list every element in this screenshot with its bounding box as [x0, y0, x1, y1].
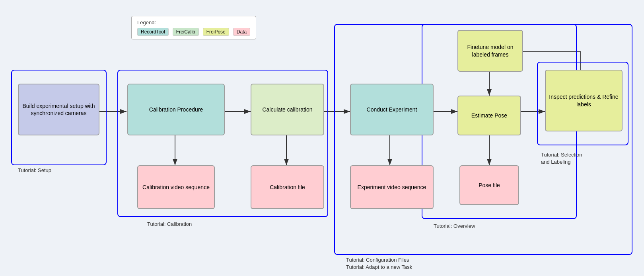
label-tutorial-adapt: Tutorial: Adapt to a new Task [346, 264, 412, 270]
node-estimate-pose-label: Estimate Pose [471, 112, 507, 119]
legend-chip-freipose: FreiPose [203, 28, 229, 36]
node-inspect-predictions[interactable]: Inspect predictions & Refine labels [545, 70, 623, 131]
diagram-container: Legend: RecordTool FreiCalib FreiPose Da… [0, 0, 644, 276]
node-finetune-model-label: Finetune model on labeled frames [461, 43, 519, 58]
legend-items: RecordTool FreiCalib FreiPose Data [137, 28, 250, 36]
node-build-setup-label: Build experimental setup with synchroniz… [22, 102, 95, 117]
legend-item-freicalib: FreiCalib [173, 28, 199, 36]
label-tutorial-calibration: Tutorial: Calibration [147, 221, 192, 227]
legend-box: Legend: RecordTool FreiCalib FreiPose Da… [131, 16, 256, 39]
label-tutorial-config: Tutorial: Configuration Files [346, 257, 409, 263]
label-tutorial-setup: Tutorial: Setup [18, 167, 51, 173]
node-inspect-predictions-label: Inspect predictions & Refine labels [549, 93, 619, 108]
node-calculate-calibration-label: Calculate calibration [262, 106, 312, 113]
node-conduct-experiment-label: Conduct Experiment [367, 106, 417, 113]
legend-chip-freicalib: FreiCalib [173, 28, 199, 36]
node-calibration-file-label: Calibration file [270, 184, 305, 191]
node-pose-file-label: Pose file [479, 182, 500, 189]
label-tutorial-selection: Tutorial: Selectionand Labeling [541, 151, 613, 166]
node-pose-file[interactable]: Pose file [459, 165, 519, 205]
node-calibration-video[interactable]: Calibration video sequence [137, 165, 215, 209]
legend-item-recordtool: RecordTool [137, 28, 169, 36]
node-calibration-file[interactable]: Calibration file [251, 165, 324, 209]
legend-title: Legend: [137, 20, 250, 25]
node-calculate-calibration[interactable]: Calculate calibration [251, 84, 324, 135]
label-tutorial-overview: Tutorial: Overview [434, 223, 475, 229]
legend-chip-data: Data [233, 28, 250, 36]
node-estimate-pose[interactable]: Estimate Pose [457, 96, 521, 135]
node-experiment-video-label: Experiment video sequence [358, 184, 426, 191]
legend-chip-recordtool: RecordTool [137, 28, 169, 36]
node-calibration-procedure[interactable]: Calibration Procedure [127, 84, 225, 135]
node-finetune-model[interactable]: Finetune model on labeled frames [457, 30, 523, 72]
legend-item-freipose: FreiPose [203, 28, 229, 36]
legend-item-data: Data [233, 28, 250, 36]
node-build-setup[interactable]: Build experimental setup with synchroniz… [18, 84, 99, 135]
node-calibration-procedure-label: Calibration Procedure [149, 106, 203, 113]
node-experiment-video[interactable]: Experiment video sequence [350, 165, 434, 209]
node-calibration-video-label: Calibration video sequence [142, 184, 210, 191]
node-conduct-experiment[interactable]: Conduct Experiment [350, 84, 434, 135]
